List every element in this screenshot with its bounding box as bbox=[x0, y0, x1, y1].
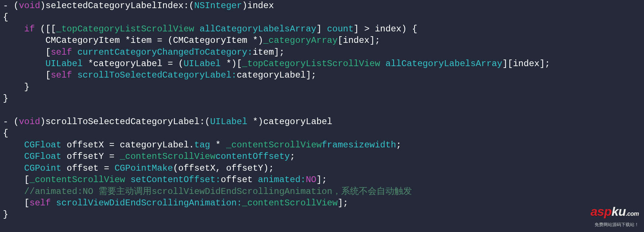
line-6: UILabel *categoryLabel = (UILabel *)[_to… bbox=[3, 59, 550, 69]
watermark-logo: aspku.com 免费网站源码下载站！ bbox=[591, 206, 639, 231]
watermark-brand-red: asp bbox=[591, 204, 612, 218]
line-13: CGFloat offsetX = categoryLabel.tag * _c… bbox=[3, 140, 401, 150]
line-7: [self scrollToSelectedCategoryLabel:cate… bbox=[3, 70, 316, 80]
line-5: [self currentCategoryChangedToCategory:i… bbox=[3, 47, 284, 57]
line-3: if ([[_topCategoryListScrollView allCate… bbox=[3, 24, 417, 34]
line-9: } bbox=[3, 93, 8, 103]
line-18: [self scrollViewDidEndScrollingAnimation… bbox=[3, 198, 348, 208]
watermark-dotcom: .com bbox=[626, 211, 639, 217]
line-12: { bbox=[3, 128, 8, 138]
line-1: - (void)selectedCategoryLabelIndex:(NSIn… bbox=[3, 1, 274, 11]
line-4: CMCategoryItem *item = (CMCategoryItem *… bbox=[3, 35, 380, 45]
line-17: //animated:NO 需要主动调用scrollViewDidEndScro… bbox=[3, 187, 412, 197]
line-11: - (void)scrollToSelectedCategoryLabel:(U… bbox=[3, 117, 332, 127]
watermark-brand-white: ku bbox=[612, 204, 626, 218]
line-19: } bbox=[3, 209, 8, 219]
line-2: { bbox=[3, 12, 8, 22]
line-15: CGPoint offset = CGPointMake(offsetX, of… bbox=[3, 163, 274, 173]
line-16: [_contentScrollView setContentOffset:off… bbox=[3, 175, 327, 185]
code-block: - (void)selectedCategoryLabelIndex:(NSIn… bbox=[0, 0, 644, 221]
line-8: } bbox=[3, 82, 30, 92]
line-14: CGFloat offsetY = _contentScrollViewcont… bbox=[3, 151, 295, 161]
watermark-tagline: 免费网站源码下载站！ bbox=[591, 219, 639, 231]
